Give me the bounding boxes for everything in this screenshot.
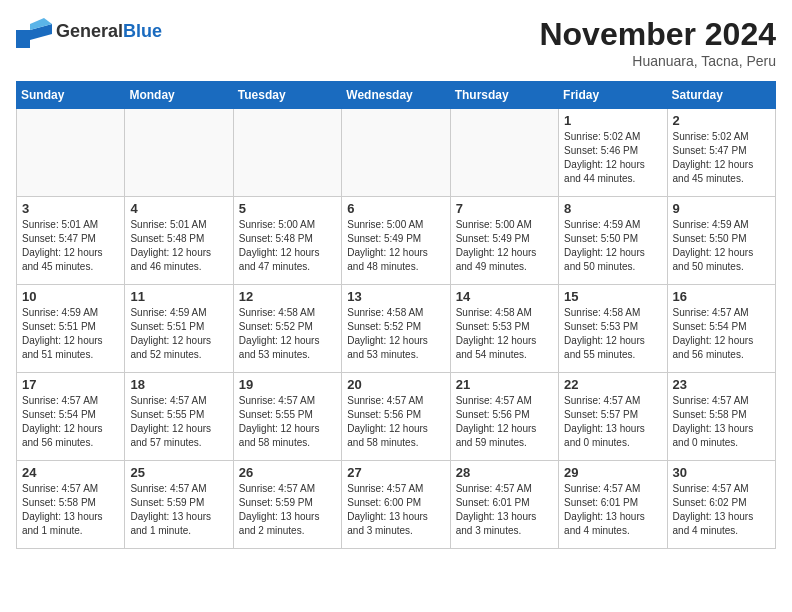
day-info: Sunrise: 4:57 AM Sunset: 6:02 PM Dayligh… [673, 482, 770, 538]
day-number: 30 [673, 465, 770, 480]
day-info: Sunrise: 4:57 AM Sunset: 6:01 PM Dayligh… [456, 482, 553, 538]
day-number: 5 [239, 201, 336, 216]
day-info: Sunrise: 5:00 AM Sunset: 5:49 PM Dayligh… [347, 218, 444, 274]
day-number: 14 [456, 289, 553, 304]
day-number: 27 [347, 465, 444, 480]
day-of-week-header: Tuesday [233, 82, 341, 109]
day-number: 6 [347, 201, 444, 216]
calendar-header-row: SundayMondayTuesdayWednesdayThursdayFrid… [17, 82, 776, 109]
day-number: 2 [673, 113, 770, 128]
day-number: 16 [673, 289, 770, 304]
day-info: Sunrise: 4:57 AM Sunset: 5:56 PM Dayligh… [347, 394, 444, 450]
day-info: Sunrise: 4:58 AM Sunset: 5:52 PM Dayligh… [347, 306, 444, 362]
day-number: 1 [564, 113, 661, 128]
calendar-week-row: 24Sunrise: 4:57 AM Sunset: 5:58 PM Dayli… [17, 461, 776, 549]
day-number: 15 [564, 289, 661, 304]
day-info: Sunrise: 4:57 AM Sunset: 5:54 PM Dayligh… [22, 394, 119, 450]
calendar-day-cell: 24Sunrise: 4:57 AM Sunset: 5:58 PM Dayli… [17, 461, 125, 549]
calendar-day-cell: 23Sunrise: 4:57 AM Sunset: 5:58 PM Dayli… [667, 373, 775, 461]
day-info: Sunrise: 4:57 AM Sunset: 5:58 PM Dayligh… [22, 482, 119, 538]
day-info: Sunrise: 4:57 AM Sunset: 5:54 PM Dayligh… [673, 306, 770, 362]
day-number: 20 [347, 377, 444, 392]
day-info: Sunrise: 4:57 AM Sunset: 5:55 PM Dayligh… [130, 394, 227, 450]
day-info: Sunrise: 4:58 AM Sunset: 5:53 PM Dayligh… [564, 306, 661, 362]
day-number: 23 [673, 377, 770, 392]
day-of-week-header: Saturday [667, 82, 775, 109]
calendar-day-cell [17, 109, 125, 197]
day-info: Sunrise: 4:57 AM Sunset: 5:55 PM Dayligh… [239, 394, 336, 450]
day-number: 26 [239, 465, 336, 480]
calendar-day-cell: 28Sunrise: 4:57 AM Sunset: 6:01 PM Dayli… [450, 461, 558, 549]
calendar-day-cell: 27Sunrise: 4:57 AM Sunset: 6:00 PM Dayli… [342, 461, 450, 549]
day-number: 7 [456, 201, 553, 216]
calendar-day-cell [233, 109, 341, 197]
calendar-day-cell: 10Sunrise: 4:59 AM Sunset: 5:51 PM Dayli… [17, 285, 125, 373]
calendar-day-cell: 30Sunrise: 4:57 AM Sunset: 6:02 PM Dayli… [667, 461, 775, 549]
day-info: Sunrise: 5:00 AM Sunset: 5:49 PM Dayligh… [456, 218, 553, 274]
day-number: 8 [564, 201, 661, 216]
day-info: Sunrise: 4:57 AM Sunset: 6:00 PM Dayligh… [347, 482, 444, 538]
calendar-day-cell [450, 109, 558, 197]
day-number: 12 [239, 289, 336, 304]
calendar-day-cell: 1Sunrise: 5:02 AM Sunset: 5:46 PM Daylig… [559, 109, 667, 197]
day-info: Sunrise: 4:57 AM Sunset: 5:57 PM Dayligh… [564, 394, 661, 450]
day-info: Sunrise: 4:57 AM Sunset: 5:58 PM Dayligh… [673, 394, 770, 450]
calendar-day-cell: 15Sunrise: 4:58 AM Sunset: 5:53 PM Dayli… [559, 285, 667, 373]
day-info: Sunrise: 5:01 AM Sunset: 5:47 PM Dayligh… [22, 218, 119, 274]
day-number: 28 [456, 465, 553, 480]
calendar-day-cell: 19Sunrise: 4:57 AM Sunset: 5:55 PM Dayli… [233, 373, 341, 461]
day-number: 24 [22, 465, 119, 480]
calendar-day-cell: 14Sunrise: 4:58 AM Sunset: 5:53 PM Dayli… [450, 285, 558, 373]
calendar-day-cell: 12Sunrise: 4:58 AM Sunset: 5:52 PM Dayli… [233, 285, 341, 373]
calendar-day-cell: 25Sunrise: 4:57 AM Sunset: 5:59 PM Dayli… [125, 461, 233, 549]
calendar-day-cell: 13Sunrise: 4:58 AM Sunset: 5:52 PM Dayli… [342, 285, 450, 373]
day-info: Sunrise: 5:01 AM Sunset: 5:48 PM Dayligh… [130, 218, 227, 274]
day-info: Sunrise: 4:57 AM Sunset: 5:59 PM Dayligh… [130, 482, 227, 538]
calendar-week-row: 3Sunrise: 5:01 AM Sunset: 5:47 PM Daylig… [17, 197, 776, 285]
day-number: 17 [22, 377, 119, 392]
day-info: Sunrise: 4:59 AM Sunset: 5:51 PM Dayligh… [22, 306, 119, 362]
calendar-table: SundayMondayTuesdayWednesdayThursdayFrid… [16, 81, 776, 549]
calendar-day-cell: 9Sunrise: 4:59 AM Sunset: 5:50 PM Daylig… [667, 197, 775, 285]
day-info: Sunrise: 4:58 AM Sunset: 5:52 PM Dayligh… [239, 306, 336, 362]
svg-rect-0 [16, 30, 30, 48]
logo: GeneralBlue [16, 16, 162, 48]
day-number: 25 [130, 465, 227, 480]
day-info: Sunrise: 4:57 AM Sunset: 5:56 PM Dayligh… [456, 394, 553, 450]
day-of-week-header: Monday [125, 82, 233, 109]
day-number: 3 [22, 201, 119, 216]
calendar-day-cell: 5Sunrise: 5:00 AM Sunset: 5:48 PM Daylig… [233, 197, 341, 285]
page-header: GeneralBlue November 2024 Huanuara, Tacn… [16, 16, 776, 69]
calendar-day-cell: 22Sunrise: 4:57 AM Sunset: 5:57 PM Dayli… [559, 373, 667, 461]
day-info: Sunrise: 5:02 AM Sunset: 5:46 PM Dayligh… [564, 130, 661, 186]
day-info: Sunrise: 4:59 AM Sunset: 5:51 PM Dayligh… [130, 306, 227, 362]
calendar-day-cell [342, 109, 450, 197]
day-number: 18 [130, 377, 227, 392]
calendar-day-cell: 11Sunrise: 4:59 AM Sunset: 5:51 PM Dayli… [125, 285, 233, 373]
calendar-day-cell: 16Sunrise: 4:57 AM Sunset: 5:54 PM Dayli… [667, 285, 775, 373]
calendar-day-cell: 20Sunrise: 4:57 AM Sunset: 5:56 PM Dayli… [342, 373, 450, 461]
calendar-week-row: 1Sunrise: 5:02 AM Sunset: 5:46 PM Daylig… [17, 109, 776, 197]
day-info: Sunrise: 5:00 AM Sunset: 5:48 PM Dayligh… [239, 218, 336, 274]
calendar-week-row: 17Sunrise: 4:57 AM Sunset: 5:54 PM Dayli… [17, 373, 776, 461]
calendar-day-cell: 3Sunrise: 5:01 AM Sunset: 5:47 PM Daylig… [17, 197, 125, 285]
day-of-week-header: Friday [559, 82, 667, 109]
day-info: Sunrise: 4:57 AM Sunset: 6:01 PM Dayligh… [564, 482, 661, 538]
calendar-day-cell: 6Sunrise: 5:00 AM Sunset: 5:49 PM Daylig… [342, 197, 450, 285]
day-info: Sunrise: 4:59 AM Sunset: 5:50 PM Dayligh… [564, 218, 661, 274]
day-info: Sunrise: 4:59 AM Sunset: 5:50 PM Dayligh… [673, 218, 770, 274]
logo-general: General [56, 21, 123, 41]
day-number: 11 [130, 289, 227, 304]
day-number: 4 [130, 201, 227, 216]
day-number: 9 [673, 201, 770, 216]
day-info: Sunrise: 4:57 AM Sunset: 5:59 PM Dayligh… [239, 482, 336, 538]
day-number: 22 [564, 377, 661, 392]
calendar-day-cell: 29Sunrise: 4:57 AM Sunset: 6:01 PM Dayli… [559, 461, 667, 549]
calendar-day-cell [125, 109, 233, 197]
logo-icon [16, 16, 52, 48]
calendar-day-cell: 7Sunrise: 5:00 AM Sunset: 5:49 PM Daylig… [450, 197, 558, 285]
day-info: Sunrise: 5:02 AM Sunset: 5:47 PM Dayligh… [673, 130, 770, 186]
calendar-day-cell: 26Sunrise: 4:57 AM Sunset: 5:59 PM Dayli… [233, 461, 341, 549]
day-of-week-header: Sunday [17, 82, 125, 109]
day-info: Sunrise: 4:58 AM Sunset: 5:53 PM Dayligh… [456, 306, 553, 362]
